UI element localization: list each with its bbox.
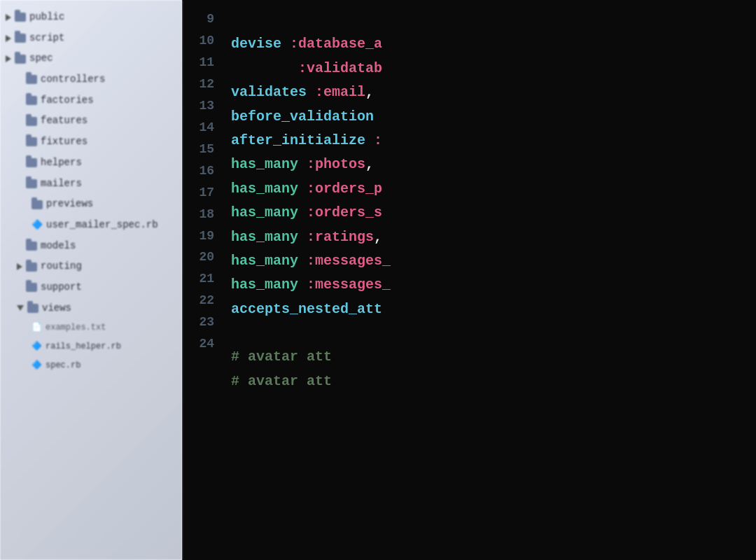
file-label: script	[29, 31, 64, 46]
line-num: 18	[182, 204, 224, 225]
file-label: views	[42, 301, 71, 316]
folder-icon	[26, 179, 37, 188]
code-line: has_many :messages_	[231, 273, 756, 297]
list-item[interactable]: 🔷 spec.rb	[0, 356, 182, 375]
code-line: has_many :orders_s	[231, 201, 756, 225]
list-item[interactable]: factories	[0, 90, 182, 111]
file-label: controllers	[41, 72, 105, 88]
list-item[interactable]: features	[0, 111, 182, 132]
line-num: 24	[182, 333, 224, 355]
folder-icon	[31, 200, 43, 209]
file-label: helpers	[41, 155, 82, 171]
file-label: public	[29, 10, 64, 25]
file-label: rails_helper.rb	[46, 340, 121, 354]
file-label: features	[41, 113, 88, 129]
list-item[interactable]: script	[0, 28, 182, 49]
line-num: 19	[182, 225, 224, 247]
file-label: support	[41, 280, 82, 295]
code-line: has_many :ratings,	[231, 225, 756, 249]
line-num: 22	[182, 290, 224, 312]
code-editor: 9 10 11 12 13 14 15 16 17 18 19 20 21 22…	[182, 0, 756, 560]
folder-icon	[26, 241, 37, 251]
code-line: validates :email,	[231, 80, 756, 104]
file-label: previews	[46, 197, 93, 212]
folder-icon	[26, 283, 37, 292]
code-line: devise :database_a	[231, 32, 756, 56]
code-line: :validatab	[231, 57, 756, 80]
line-num: 21	[182, 268, 224, 290]
chevron-right-icon	[17, 263, 22, 270]
list-item[interactable]: helpers	[0, 153, 182, 174]
code-line: has_many :orders_p	[231, 177, 756, 201]
line-num: 11	[182, 52, 224, 74]
file-label: spec.rb	[46, 359, 80, 372]
chevron-down-icon	[17, 305, 24, 311]
ruby-icon: 🔷	[31, 359, 42, 372]
code-line: has_many :messages_	[231, 249, 756, 273]
code-content[interactable]: devise :database_a :validatab validates …	[224, 0, 756, 560]
line-num: 10	[182, 30, 224, 52]
code-line: # avatar att	[231, 345, 756, 369]
folder-icon	[26, 158, 37, 167]
code-line: after_initialize :	[231, 129, 756, 153]
chevron-right-icon	[6, 35, 11, 42]
file-label: user_mailer_spec.rb	[46, 218, 158, 233]
folder-icon	[26, 75, 37, 84]
chevron-right-icon	[6, 55, 11, 62]
list-item[interactable]: routing	[0, 256, 182, 277]
folder-icon	[26, 262, 37, 272]
list-item[interactable]: controllers	[0, 69, 182, 90]
list-item[interactable]: 🔷 rails_helper.rb	[0, 337, 182, 356]
folder-icon	[26, 96, 37, 105]
file-label: factories	[41, 93, 94, 108]
folder-icon	[15, 55, 26, 64]
file-tree: public script spec controllers factories	[0, 0, 182, 560]
line-num: 15	[182, 139, 224, 160]
code-line	[231, 8, 756, 32]
folder-icon	[27, 304, 38, 313]
folder-icon	[26, 117, 37, 126]
line-num: 16	[182, 160, 224, 182]
line-num: 13	[182, 95, 224, 117]
list-item[interactable]: views	[0, 298, 182, 319]
file-label: spec	[29, 51, 53, 66]
list-item[interactable]: previews	[0, 194, 182, 215]
file-label: models	[41, 239, 76, 254]
line-num: 14	[182, 117, 224, 139]
line-num: 12	[182, 74, 224, 95]
file-label: routing	[41, 259, 82, 274]
list-item[interactable]: 📄 examples.txt	[0, 318, 182, 337]
list-item[interactable]: support	[0, 277, 182, 298]
code-line: accepts_nested_att	[231, 298, 756, 321]
chevron-right-icon	[6, 14, 11, 21]
ruby-icon: 🔷	[31, 218, 43, 232]
list-item[interactable]: public	[0, 7, 182, 28]
list-item[interactable]: fixtures	[0, 132, 182, 153]
list-item[interactable]: mailers	[0, 174, 182, 195]
line-num: 20	[182, 246, 224, 268]
folder-icon	[15, 13, 26, 22]
code-line	[231, 321, 756, 345]
line-numbers: 9 10 11 12 13 14 15 16 17 18 19 20 21 22…	[182, 0, 224, 560]
line-num: 17	[182, 182, 224, 204]
file-label: mailers	[41, 176, 82, 192]
list-item[interactable]: models	[0, 236, 182, 257]
code-line: has_many :photos,	[231, 153, 756, 176]
file-label: fixtures	[41, 134, 88, 150]
line-num: 9	[182, 8, 224, 30]
ruby-icon: 🔷	[31, 340, 42, 354]
folder-icon	[15, 34, 26, 43]
code-line: before_validation	[231, 105, 756, 129]
list-item[interactable]: 🔷 user_mailer_spec.rb	[0, 215, 182, 236]
code-line: # avatar att	[231, 370, 756, 393]
file-icon: 📄	[31, 321, 42, 335]
file-label: examples.txt	[46, 321, 106, 335]
folder-icon	[26, 137, 37, 146]
line-num: 23	[182, 312, 224, 333]
list-item[interactable]: spec	[0, 48, 182, 69]
